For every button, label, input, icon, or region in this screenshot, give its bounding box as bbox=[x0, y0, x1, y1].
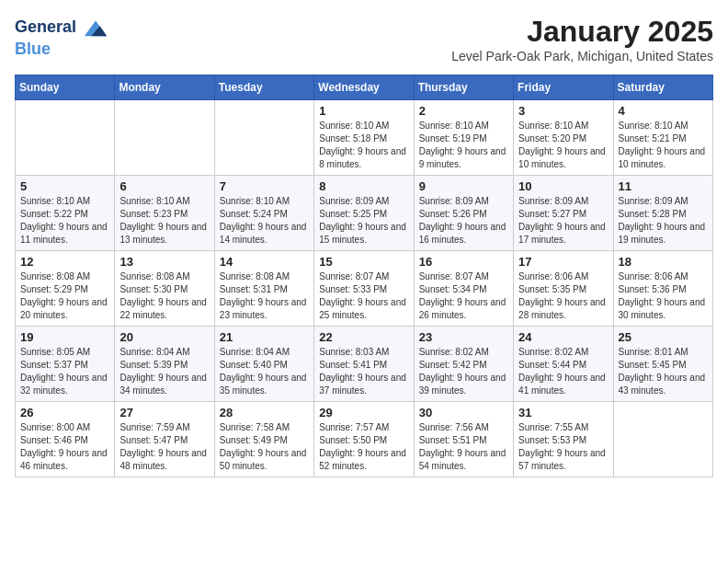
calendar-cell: 21Sunrise: 8:04 AM Sunset: 5:40 PM Dayli… bbox=[214, 327, 313, 402]
weekday-header: Thursday bbox=[414, 75, 513, 100]
calendar-week: 1Sunrise: 8:10 AM Sunset: 5:18 PM Daylig… bbox=[16, 100, 713, 176]
day-info: Sunrise: 8:08 AM Sunset: 5:30 PM Dayligh… bbox=[119, 270, 209, 322]
day-number: 25 bbox=[619, 330, 708, 344]
day-number: 11 bbox=[619, 179, 708, 193]
day-number: 13 bbox=[119, 255, 209, 269]
day-number: 27 bbox=[119, 406, 209, 419]
day-info: Sunrise: 8:02 AM Sunset: 5:44 PM Dayligh… bbox=[518, 346, 608, 397]
calendar-cell: 4Sunrise: 8:10 AM Sunset: 5:21 PM Daylig… bbox=[613, 100, 712, 176]
day-number: 21 bbox=[220, 330, 309, 344]
calendar-cell: 2Sunrise: 8:10 AM Sunset: 5:19 PM Daylig… bbox=[414, 100, 513, 176]
calendar-cell bbox=[214, 100, 313, 176]
day-info: Sunrise: 8:10 AM Sunset: 5:19 PM Dayligh… bbox=[419, 120, 508, 171]
day-number: 15 bbox=[319, 255, 408, 269]
calendar-cell: 23Sunrise: 8:02 AM Sunset: 5:42 PM Dayli… bbox=[414, 327, 513, 402]
calendar-cell bbox=[16, 100, 115, 176]
calendar-table: SundayMondayTuesdayWednesdayThursdayFrid… bbox=[15, 75, 713, 477]
calendar-cell: 29Sunrise: 7:57 AM Sunset: 5:50 PM Dayli… bbox=[314, 402, 414, 477]
day-info: Sunrise: 8:09 AM Sunset: 5:26 PM Dayligh… bbox=[419, 195, 508, 247]
day-number: 23 bbox=[419, 330, 508, 344]
day-number: 22 bbox=[319, 330, 408, 344]
calendar-cell bbox=[613, 402, 712, 477]
day-info: Sunrise: 8:06 AM Sunset: 5:36 PM Dayligh… bbox=[619, 270, 708, 322]
calendar-week: 5Sunrise: 8:10 AM Sunset: 5:22 PM Daylig… bbox=[16, 176, 713, 251]
day-info: Sunrise: 8:10 AM Sunset: 5:24 PM Dayligh… bbox=[220, 195, 309, 247]
day-number: 2 bbox=[419, 104, 508, 118]
logo-text: General bbox=[15, 15, 108, 40]
calendar-cell: 31Sunrise: 7:55 AM Sunset: 5:53 PM Dayli… bbox=[514, 402, 613, 477]
day-number: 8 bbox=[319, 179, 408, 193]
calendar-cell: 6Sunrise: 8:10 AM Sunset: 5:23 PM Daylig… bbox=[115, 176, 214, 251]
weekday-header: Tuesday bbox=[214, 75, 313, 100]
day-info: Sunrise: 8:08 AM Sunset: 5:29 PM Dayligh… bbox=[20, 270, 109, 322]
month-title: January 2025 bbox=[451, 15, 713, 49]
day-number: 31 bbox=[518, 406, 608, 419]
calendar-cell: 20Sunrise: 8:04 AM Sunset: 5:39 PM Dayli… bbox=[115, 327, 214, 402]
calendar-cell: 30Sunrise: 7:56 AM Sunset: 5:51 PM Dayli… bbox=[414, 402, 513, 477]
day-number: 7 bbox=[220, 179, 309, 193]
calendar-cell: 27Sunrise: 7:59 AM Sunset: 5:47 PM Dayli… bbox=[115, 402, 214, 477]
day-number: 16 bbox=[419, 255, 508, 269]
calendar-cell: 9Sunrise: 8:09 AM Sunset: 5:26 PM Daylig… bbox=[414, 176, 513, 251]
day-number: 20 bbox=[119, 330, 209, 344]
day-number: 19 bbox=[20, 330, 109, 344]
day-info: Sunrise: 8:01 AM Sunset: 5:45 PM Dayligh… bbox=[619, 346, 708, 397]
weekday-header: Sunday bbox=[16, 75, 115, 100]
calendar-cell: 16Sunrise: 8:07 AM Sunset: 5:34 PM Dayli… bbox=[414, 251, 513, 327]
weekday-row: SundayMondayTuesdayWednesdayThursdayFrid… bbox=[16, 75, 713, 100]
day-info: Sunrise: 7:55 AM Sunset: 5:53 PM Dayligh… bbox=[518, 421, 608, 473]
day-info: Sunrise: 8:09 AM Sunset: 5:28 PM Dayligh… bbox=[619, 195, 708, 247]
calendar-cell: 7Sunrise: 8:10 AM Sunset: 5:24 PM Daylig… bbox=[214, 176, 313, 251]
day-number: 26 bbox=[20, 406, 109, 419]
calendar-cell: 11Sunrise: 8:09 AM Sunset: 5:28 PM Dayli… bbox=[613, 176, 712, 251]
calendar-cell: 15Sunrise: 8:07 AM Sunset: 5:33 PM Dayli… bbox=[314, 251, 414, 327]
calendar-cell bbox=[115, 100, 214, 176]
calendar-cell: 13Sunrise: 8:08 AM Sunset: 5:30 PM Dayli… bbox=[115, 251, 214, 327]
day-info: Sunrise: 8:03 AM Sunset: 5:41 PM Dayligh… bbox=[319, 346, 408, 397]
day-info: Sunrise: 8:10 AM Sunset: 5:22 PM Dayligh… bbox=[20, 195, 109, 247]
location: Level Park-Oak Park, Michigan, United St… bbox=[451, 49, 713, 63]
day-number: 3 bbox=[518, 104, 608, 118]
page-header: General Blue January 2025 Level Park-Oak… bbox=[15, 15, 713, 63]
weekday-header: Saturday bbox=[613, 75, 712, 100]
day-info: Sunrise: 8:09 AM Sunset: 5:25 PM Dayligh… bbox=[319, 195, 408, 247]
day-info: Sunrise: 8:10 AM Sunset: 5:20 PM Dayligh… bbox=[518, 120, 608, 171]
calendar-cell: 5Sunrise: 8:10 AM Sunset: 5:22 PM Daylig… bbox=[16, 176, 115, 251]
day-info: Sunrise: 8:06 AM Sunset: 5:35 PM Dayligh… bbox=[518, 270, 608, 322]
day-info: Sunrise: 7:58 AM Sunset: 5:49 PM Dayligh… bbox=[220, 421, 309, 473]
calendar-cell: 25Sunrise: 8:01 AM Sunset: 5:45 PM Dayli… bbox=[613, 327, 712, 402]
calendar-cell: 22Sunrise: 8:03 AM Sunset: 5:41 PM Dayli… bbox=[314, 327, 414, 402]
calendar-week: 12Sunrise: 8:08 AM Sunset: 5:29 PM Dayli… bbox=[16, 251, 713, 327]
day-info: Sunrise: 8:00 AM Sunset: 5:46 PM Dayligh… bbox=[20, 421, 109, 473]
logo-icon bbox=[83, 15, 108, 40]
calendar-cell: 17Sunrise: 8:06 AM Sunset: 5:35 PM Dayli… bbox=[514, 251, 613, 327]
calendar-week: 19Sunrise: 8:05 AM Sunset: 5:37 PM Dayli… bbox=[16, 327, 713, 402]
calendar-cell: 26Sunrise: 8:00 AM Sunset: 5:46 PM Dayli… bbox=[16, 402, 115, 477]
day-info: Sunrise: 8:07 AM Sunset: 5:33 PM Dayligh… bbox=[319, 270, 408, 322]
day-info: Sunrise: 7:59 AM Sunset: 5:47 PM Dayligh… bbox=[119, 421, 209, 473]
day-info: Sunrise: 7:57 AM Sunset: 5:50 PM Dayligh… bbox=[319, 421, 408, 473]
day-info: Sunrise: 8:07 AM Sunset: 5:34 PM Dayligh… bbox=[419, 270, 508, 322]
day-info: Sunrise: 8:05 AM Sunset: 5:37 PM Dayligh… bbox=[20, 346, 109, 397]
day-number: 5 bbox=[20, 179, 109, 193]
calendar-cell: 28Sunrise: 7:58 AM Sunset: 5:49 PM Dayli… bbox=[214, 402, 313, 477]
day-number: 24 bbox=[518, 330, 608, 344]
day-number: 12 bbox=[20, 255, 109, 269]
logo-blue: Blue bbox=[15, 40, 108, 59]
day-number: 10 bbox=[518, 179, 608, 193]
day-number: 30 bbox=[419, 406, 508, 419]
day-number: 6 bbox=[119, 179, 209, 193]
day-number: 17 bbox=[518, 255, 608, 269]
calendar-cell: 18Sunrise: 8:06 AM Sunset: 5:36 PM Dayli… bbox=[613, 251, 712, 327]
calendar-cell: 3Sunrise: 8:10 AM Sunset: 5:20 PM Daylig… bbox=[514, 100, 613, 176]
calendar-cell: 10Sunrise: 8:09 AM Sunset: 5:27 PM Dayli… bbox=[514, 176, 613, 251]
calendar-week: 26Sunrise: 8:00 AM Sunset: 5:46 PM Dayli… bbox=[16, 402, 713, 477]
calendar-cell: 24Sunrise: 8:02 AM Sunset: 5:44 PM Dayli… bbox=[514, 327, 613, 402]
day-number: 4 bbox=[619, 104, 708, 118]
day-number: 9 bbox=[419, 179, 508, 193]
day-info: Sunrise: 8:10 AM Sunset: 5:23 PM Dayligh… bbox=[119, 195, 209, 247]
logo: General Blue bbox=[15, 15, 108, 59]
day-info: Sunrise: 8:04 AM Sunset: 5:40 PM Dayligh… bbox=[220, 346, 309, 397]
day-number: 28 bbox=[220, 406, 309, 419]
day-number: 1 bbox=[319, 104, 408, 118]
